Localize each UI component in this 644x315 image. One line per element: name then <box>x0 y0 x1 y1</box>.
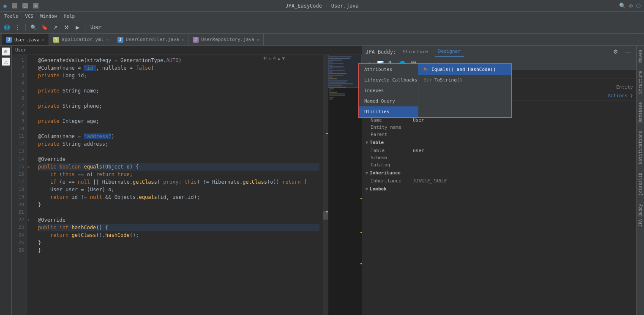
menu-help[interactable]: Help <box>61 13 78 20</box>
title-bar: ● — □ ✕ JPA_EasyCode - User.java 🔍 ⚙ ⬡ <box>0 0 644 12</box>
dropdown-attributes[interactable]: Attributes <box>359 64 418 75</box>
tab-label-user-java: User.java <box>14 37 40 43</box>
tab-label-usercontroller: UserController.java <box>126 37 179 42</box>
lombok-section-header[interactable]: ▼ Lombok <box>362 185 636 193</box>
code-line-4 <box>38 79 319 87</box>
toolbar-navigate[interactable]: ↗ <box>51 23 60 32</box>
toolbar-run[interactable]: ▶ <box>73 23 82 32</box>
tab-usercontroller[interactable]: J UserController.java ✕ <box>113 34 188 45</box>
jpa-tab-structure[interactable]: Structure <box>399 47 431 56</box>
code-line-5: private String name; <box>38 87 319 95</box>
code-line-25: } <box>38 239 319 247</box>
vert-tab-notifications[interactable]: Notifications <box>637 127 644 168</box>
menu-tools[interactable]: Tools <box>2 13 21 20</box>
prop-inheritance-value: SINGLE_TABLE <box>413 178 446 184</box>
toolbar-bookmark[interactable]: 🔖 <box>40 23 49 32</box>
secondary-toolbar: 🌐 ⋮ 🔍 🔖 ↗ ⚒ ▶ User <box>0 21 644 34</box>
toolbar-icon-tree[interactable]: ⋮ <box>14 23 22 32</box>
tab-close-userrepository[interactable]: ✕ <box>257 38 259 42</box>
code-line-23: public int hashCode() { <box>38 224 319 231</box>
jpa-tab-designer[interactable]: Designer <box>435 47 464 57</box>
vert-tab-jpa-buddy[interactable]: JPA Buddy <box>637 200 644 231</box>
tab-menu-btn[interactable]: ⋮ <box>636 37 641 42</box>
dropdown-indexes[interactable]: Indexes <box>359 85 418 96</box>
table-section-header[interactable]: ▼ Table <box>362 138 636 147</box>
code-line-2: @Column(name = "id", nullable = false) <box>38 64 319 72</box>
chevron-up-icon[interactable]: ▲ <box>278 56 281 61</box>
actions-link[interactable]: Actions ❯ <box>608 93 633 98</box>
menu-window[interactable]: Window <box>38 13 60 20</box>
scroll-indicator[interactable] <box>323 55 328 315</box>
title-bar-left: ● — □ ✕ <box>3 3 38 9</box>
gutter-btn-1[interactable]: ⊕ <box>2 47 10 56</box>
minimap-marker-1 <box>360 198 362 199</box>
code-line-21 <box>38 209 319 216</box>
code-line-6 <box>38 95 319 102</box>
inheritance-section: ▼ Inheritance Inheritance SINGLE_TABLE <box>362 168 636 185</box>
tab-close-usercontroller[interactable]: ✕ <box>182 38 184 42</box>
tab-bar: J User.java ✕ Y application.yml ✕ J User… <box>0 34 644 46</box>
dropdown-named-query[interactable]: Named Query <box>359 96 418 106</box>
toolbar-build[interactable]: ⚒ <box>62 23 71 32</box>
vert-tab-maven[interactable]: Maven <box>637 46 644 67</box>
jpa-panel-title: JPA Buddy: <box>366 49 396 55</box>
dropdown-lifecycle[interactable]: Lifecycle Callbacks <box>359 75 418 85</box>
warning-count: 4 <box>273 56 276 61</box>
gutter-btn-2[interactable]: △ <box>2 57 10 66</box>
dropdown-right-menu: #= Equals() and HashCode() Str ToString(… <box>418 64 511 117</box>
window-title: JPA_EasyCode - User.java <box>285 3 358 9</box>
code-container: 1 2 3 4 5 6 7 8 9 10 11 12 13 14 15 16 1… <box>12 55 362 315</box>
prop-name-label: Name <box>371 117 413 123</box>
prop-parent-label: Parent <box>371 132 413 137</box>
tab-close-application-yml[interactable]: ✕ <box>106 38 108 42</box>
tab-user-java[interactable]: J User.java ✕ <box>2 34 49 45</box>
inheritance-arrow: ▼ <box>366 171 368 175</box>
menu-bar: Tools VCS Window Help <box>0 12 644 21</box>
code-line-18: User user = (User) o; <box>38 186 319 193</box>
tab-userrepository[interactable]: J UserRepository.java ✕ <box>188 34 264 45</box>
jpa-settings-btn[interactable]: ⚙ <box>611 47 620 57</box>
close-btn[interactable]: ✕ <box>33 3 38 8</box>
code-content[interactable]: 👁 ⚠ 4 ▲ ▼ @GeneratedValue(strategy = Gen… <box>35 55 323 315</box>
code-line-12: private String address; <box>38 140 319 148</box>
dropdown-equals-hashcode[interactable]: #= Equals() and HashCode() <box>418 64 511 75</box>
menu-vcs[interactable]: VCS <box>22 13 36 20</box>
vert-tab-jclasslib[interactable]: jclasslib <box>637 168 644 200</box>
left-gutter: ⊕ △ <box>0 46 12 315</box>
prop-name-value: User <box>413 117 424 123</box>
dropdown-tostring[interactable]: Str ToString() <box>418 75 511 85</box>
search-icon[interactable]: 🔍 <box>619 3 626 9</box>
lombok-section: ▼ Lombok <box>362 185 636 193</box>
chevron-down-icon[interactable]: ▼ <box>282 56 285 61</box>
vert-tab-structure[interactable]: Structure <box>637 67 644 98</box>
toolbar-search[interactable]: 🔍 <box>29 23 38 32</box>
tab-close-user-java[interactable]: ✕ <box>42 38 44 42</box>
eye-icon[interactable]: 👁 <box>262 56 267 61</box>
tab-label-userrepository: UserRepository.java <box>201 37 254 42</box>
code-line-24: return getClass().hashCode(); <box>38 231 319 239</box>
minimap-marker-3 <box>360 263 362 264</box>
code-line-9: private Integer age; <box>38 117 319 125</box>
toolbar-icon-globe[interactable]: 🌐 <box>3 23 11 32</box>
inheritance-section-header[interactable]: ▼ Inheritance <box>362 168 636 177</box>
prop-table: Table user <box>362 147 636 154</box>
jpa-minimize-btn[interactable]: — <box>624 47 633 57</box>
toolbar-separator-1 <box>25 24 26 31</box>
vert-tab-database[interactable]: Database <box>637 98 644 127</box>
prop-schema-label: Schema <box>371 155 413 160</box>
minimize-btn[interactable]: — <box>12 3 17 8</box>
code-line-19: return id != null && Objects.equals(id, … <box>38 193 319 201</box>
settings-icon[interactable]: ⚙ <box>629 3 633 9</box>
dropdown-utilities[interactable]: Utilities <box>359 106 418 117</box>
minimap <box>328 55 362 315</box>
code-line-10 <box>38 125 319 133</box>
tab-icon-usercontroller: J <box>117 37 123 43</box>
maximize-btn[interactable]: □ <box>22 3 28 8</box>
equals-hashcode-label: Equals() and HashCode() <box>431 67 496 72</box>
warning-area: 👁 ⚠ 4 ▲ ▼ <box>262 56 285 61</box>
tab-application-yml[interactable]: Y application.yml ✕ <box>49 34 113 45</box>
tab-bar-right: ⋮ <box>264 34 644 45</box>
title-bar-right: 🔍 ⚙ ⬡ <box>619 3 641 9</box>
code-line-17: if (o == null || Hibernate.getClass( pro… <box>38 178 319 186</box>
scroll-thumb[interactable] <box>323 211 328 220</box>
